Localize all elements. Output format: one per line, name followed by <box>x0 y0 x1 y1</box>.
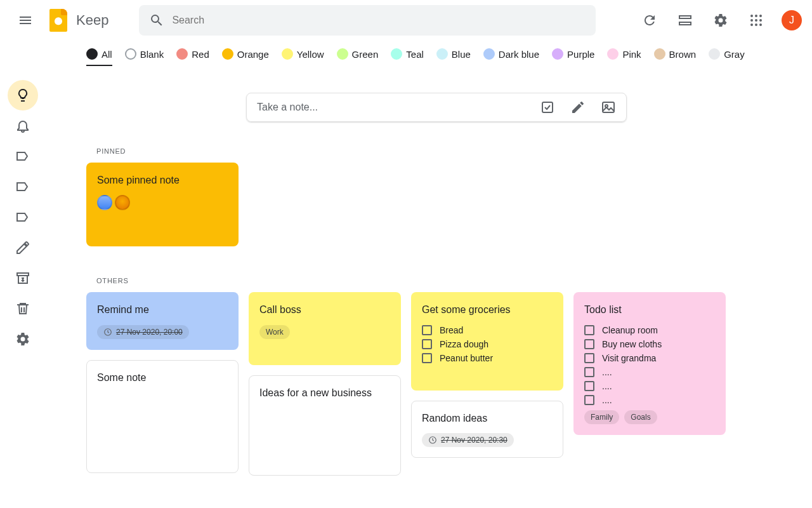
sidebar-archive[interactable] <box>8 263 38 293</box>
checkbox-icon[interactable] <box>422 339 432 349</box>
note-card[interactable]: Todo list Cleanup room Buy new cloths Vi… <box>573 292 726 434</box>
note-card[interactable]: Random ideas 27 Nov 2020, 20:30 <box>411 401 563 458</box>
note-title: Ideas for a new business <box>259 386 390 400</box>
new-list-icon[interactable] <box>540 100 555 115</box>
note-card[interactable]: Remind me 27 Nov 2020, 20:00 <box>86 292 239 349</box>
note-title: Get some groceries <box>422 303 553 317</box>
new-drawing-icon[interactable] <box>570 100 586 115</box>
collaborator-avatar[interactable] <box>115 195 130 210</box>
color-filter-label: Pink <box>622 49 641 60</box>
color-dot-icon <box>654 48 665 60</box>
color-filter-label: Dark blue <box>499 49 539 60</box>
sidebar-trash[interactable] <box>8 293 38 324</box>
checklist-text: .... <box>602 395 612 405</box>
checkbox-icon[interactable] <box>422 353 432 363</box>
reminder-chip[interactable]: 27 Nov 2020, 20:30 <box>422 433 514 447</box>
checklist-item[interactable]: Bread <box>422 325 553 335</box>
note-card[interactable]: Some note <box>86 360 239 473</box>
color-filter-yellow[interactable]: Yellow <box>282 48 324 60</box>
checklist-item[interactable]: Peanut butter <box>422 353 553 363</box>
checklist-item[interactable]: .... <box>584 395 715 405</box>
color-filter-pink[interactable]: Pink <box>607 48 641 60</box>
checkbox-icon[interactable] <box>584 381 594 391</box>
checkbox-icon[interactable] <box>584 339 594 349</box>
list-view-icon <box>678 13 693 28</box>
checklist-text: Buy new cloths <box>602 339 662 349</box>
collaborator-avatar[interactable] <box>97 195 112 210</box>
color-filter-label: Green <box>352 49 379 60</box>
svg-point-4 <box>755 19 757 22</box>
color-filter-blue[interactable]: Blue <box>436 48 471 60</box>
refresh-button[interactable] <box>634 5 665 36</box>
take-note-input[interactable]: Take a note... <box>246 93 627 122</box>
menu-icon <box>18 13 33 28</box>
color-filter-orange[interactable]: Orange <box>222 48 269 60</box>
apps-button[interactable] <box>741 5 771 36</box>
color-dot-icon <box>709 48 720 60</box>
color-filter-green[interactable]: Green <box>337 48 379 60</box>
checklist-item[interactable]: .... <box>584 367 715 377</box>
checkbox-icon[interactable] <box>584 395 594 405</box>
color-filter-gray[interactable]: Gray <box>709 48 745 60</box>
color-filter-dark-blue[interactable]: Dark blue <box>483 48 539 60</box>
checkbox-icon[interactable] <box>584 367 594 377</box>
color-dot-icon <box>607 48 619 60</box>
color-filter-all[interactable]: All <box>86 48 112 66</box>
reminder-chip[interactable]: 27 Nov 2020, 20:00 <box>97 325 189 339</box>
settings-button[interactable] <box>705 5 736 36</box>
checklist-text: .... <box>602 381 612 391</box>
note-card[interactable]: Some pinned note <box>86 163 239 246</box>
trash-icon <box>15 301 30 316</box>
list-view-button[interactable] <box>670 5 700 36</box>
color-filter-label: Yellow <box>297 49 324 60</box>
new-image-icon[interactable] <box>601 100 616 115</box>
sidebar-notes[interactable] <box>8 80 38 110</box>
app-logo[interactable]: Keep <box>46 8 108 33</box>
pencil-icon <box>15 240 30 255</box>
app-name: Keep <box>76 12 108 29</box>
sidebar-label-3[interactable] <box>8 202 38 232</box>
checkbox-icon[interactable] <box>584 353 594 363</box>
label-chip[interactable]: Work <box>259 325 290 339</box>
bell-icon <box>15 118 30 133</box>
checklist-item[interactable]: .... <box>584 381 715 391</box>
checklist-text: Pizza dough <box>440 339 488 349</box>
sidebar-edit-labels[interactable] <box>8 232 38 263</box>
color-filter-teal[interactable]: Teal <box>391 48 424 60</box>
note-card[interactable]: Get some groceries Bread Pizza dough Pea… <box>411 292 563 390</box>
pinned-section-label: PINNED <box>96 147 787 155</box>
color-filter-blank[interactable]: Blank <box>125 48 164 60</box>
color-dot-icon <box>86 48 98 60</box>
sidebar-reminders[interactable] <box>8 110 38 141</box>
sidebar-settings[interactable] <box>8 324 38 354</box>
checklist-item[interactable]: Visit grandma <box>584 353 715 363</box>
search-input[interactable] <box>172 15 586 26</box>
note-card[interactable]: Ideas for a new business <box>249 375 401 476</box>
label-chip[interactable]: Family <box>584 410 619 424</box>
label-chip[interactable]: Goals <box>624 410 657 424</box>
note-title: Call boss <box>259 303 390 317</box>
checklist-item[interactable]: Buy new cloths <box>584 339 715 349</box>
color-filter-label: All <box>102 49 112 60</box>
svg-rect-10 <box>542 102 553 112</box>
gear-icon <box>713 13 728 28</box>
main-menu-button[interactable] <box>10 5 41 36</box>
color-filter-purple[interactable]: Purple <box>552 48 594 60</box>
checklist-item[interactable]: Pizza dough <box>422 339 553 349</box>
color-filter-brown[interactable]: Brown <box>654 48 697 60</box>
color-filter-red[interactable]: Red <box>176 48 209 60</box>
label-icon <box>15 210 30 225</box>
checkbox-icon[interactable] <box>422 325 432 335</box>
color-dot-icon <box>391 48 402 60</box>
checkbox-icon[interactable] <box>584 325 594 335</box>
note-title: Random ideas <box>422 411 553 425</box>
gear-icon <box>15 331 30 347</box>
note-card[interactable]: Call boss Work <box>249 292 401 364</box>
search-bar[interactable] <box>139 5 596 36</box>
sidebar-label-2[interactable] <box>8 171 38 202</box>
sidebar-label-1[interactable] <box>8 141 38 171</box>
account-avatar[interactable]: J <box>782 10 802 30</box>
color-filter-label: Orange <box>237 49 269 60</box>
checklist-item[interactable]: Cleanup room <box>584 325 715 335</box>
clock-icon <box>103 328 112 337</box>
